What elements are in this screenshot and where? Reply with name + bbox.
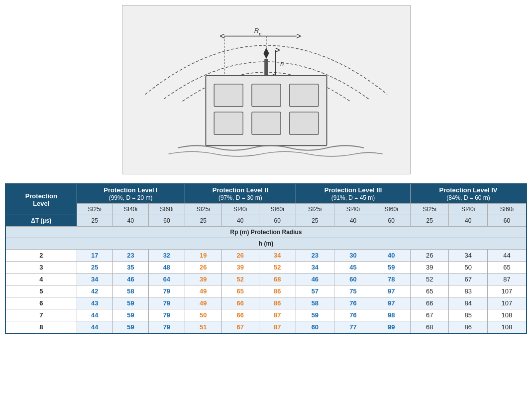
dt-l2-3: 60 [259, 215, 296, 227]
table-row: 74459795066875976986785108 [5, 309, 527, 321]
data-cell: 51 [185, 321, 221, 334]
model-l2-1: SI25i [185, 204, 221, 215]
svg-rect-11 [214, 84, 243, 107]
h-section-header: h (m) [5, 238, 527, 250]
dt-label: ΔT (µs) [5, 215, 77, 227]
data-cell: 58 [112, 285, 148, 297]
data-cell: 66 [222, 297, 259, 309]
dt-l2-2: 40 [222, 215, 259, 227]
data-cell: 60 [334, 273, 372, 285]
data-cell: 43 [77, 297, 112, 309]
data-cell: 57 [296, 285, 334, 297]
model-l3-1: SI25i [296, 204, 334, 215]
svg-text:h: h [280, 60, 284, 68]
data-cell: 86 [259, 285, 296, 297]
data-cell: 66 [222, 309, 259, 321]
data-cell: 52 [410, 273, 448, 285]
data-cell: 97 [372, 297, 411, 309]
h-value: 4 [5, 273, 77, 285]
data-cell: 68 [410, 321, 448, 334]
h-value: 6 [5, 297, 77, 309]
data-cell: 46 [296, 273, 334, 285]
table-row: 2172332192634233040263444 [5, 250, 527, 262]
data-cell: 97 [372, 285, 411, 297]
model-l4-2: SI40i [449, 204, 487, 215]
data-cell: 64 [149, 273, 185, 285]
data-cell: 79 [149, 321, 185, 334]
model-l3-3: SI60i [372, 204, 411, 215]
data-cell: 76 [334, 297, 372, 309]
svg-rect-14 [214, 112, 243, 135]
data-cell: 40 [372, 250, 411, 262]
model-l2-3: SI60i [259, 204, 296, 215]
data-cell: 87 [259, 321, 296, 334]
data-cell: 108 [487, 321, 527, 334]
data-cell: 50 [185, 309, 221, 321]
col-protection-level: ProtectionLevel [5, 184, 77, 215]
data-cell: 52 [259, 262, 296, 273]
dt-l1-1: 25 [77, 215, 112, 227]
model-l4-1: SI25i [410, 204, 448, 215]
data-cell: 84 [449, 297, 487, 309]
data-cell: 67 [449, 273, 487, 285]
data-cell: 46 [112, 273, 148, 285]
data-cell: 65 [222, 285, 259, 297]
data-cell: 77 [334, 321, 372, 334]
dt-l4-3: 60 [487, 215, 527, 227]
data-cell: 44 [77, 321, 112, 334]
table-row: 4344664395268466078526787 [5, 273, 527, 285]
data-cell: 107 [487, 285, 527, 297]
h-value: 8 [5, 321, 77, 334]
data-cell: 59 [112, 321, 148, 334]
data-cell: 59 [372, 262, 411, 273]
model-l1-3: SI60i [149, 204, 185, 215]
h-value: 5 [5, 285, 77, 297]
data-cell: 59 [296, 309, 334, 321]
data-cell: 32 [149, 250, 185, 262]
data-cell: 107 [487, 297, 527, 309]
data-cell: 19 [185, 250, 221, 262]
data-cell: 79 [149, 285, 185, 297]
data-cell: 26 [410, 250, 448, 262]
model-l1-1: SI25i [77, 204, 112, 215]
svg-rect-12 [252, 84, 281, 107]
header-level-4: Protection Level IV(84%, D = 60 m) [410, 184, 527, 204]
data-cell: 44 [487, 250, 527, 262]
svg-rect-15 [252, 112, 281, 135]
data-cell: 65 [487, 262, 527, 273]
data-cell: 49 [185, 285, 221, 297]
table-row: 64359794966865876976684107 [5, 297, 527, 309]
dt-l3-3: 60 [372, 215, 411, 227]
diagram-container: Rp h [5, 5, 527, 174]
header-level-3: Protection Level III(91%, D = 45 m) [296, 184, 411, 204]
dt-l2-1: 25 [185, 215, 221, 227]
data-cell: 23 [112, 250, 148, 262]
dt-l3-2: 40 [334, 215, 372, 227]
svg-rect-9 [264, 59, 268, 75]
data-cell: 65 [410, 285, 448, 297]
dt-l1-2: 40 [112, 215, 148, 227]
data-cell: 59 [112, 309, 148, 321]
h-value: 2 [5, 250, 77, 262]
data-cell: 66 [410, 297, 448, 309]
data-cell: 67 [410, 309, 448, 321]
data-cell: 30 [334, 250, 372, 262]
data-cell: 49 [185, 297, 221, 309]
data-cell: 44 [77, 309, 112, 321]
data-cell: 26 [185, 262, 221, 273]
data-cell: 79 [149, 309, 185, 321]
dt-l4-1: 25 [410, 215, 448, 227]
h-value: 7 [5, 309, 77, 321]
data-cell: 34 [77, 273, 112, 285]
data-cell: 17 [77, 250, 112, 262]
data-cell: 48 [149, 262, 185, 273]
svg-rect-13 [289, 84, 318, 107]
data-cell: 26 [222, 250, 259, 262]
table-row: 84459795167876077996886108 [5, 321, 527, 334]
data-cell: 79 [149, 297, 185, 309]
h-value: 3 [5, 262, 77, 273]
model-l4-3: SI60i [487, 204, 527, 215]
data-cell: 58 [296, 297, 334, 309]
data-cell: 50 [449, 262, 487, 273]
model-l2-2: SI40i [222, 204, 259, 215]
